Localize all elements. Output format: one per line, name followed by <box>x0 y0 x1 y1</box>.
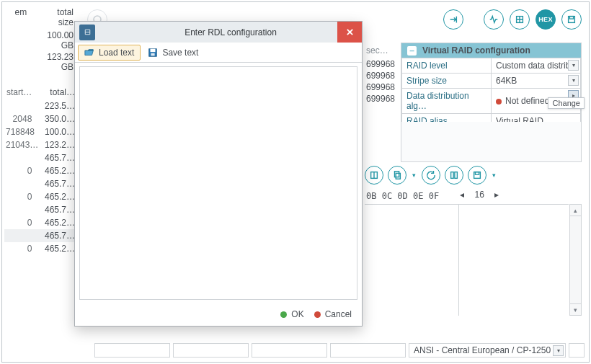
sectors-column: sec… 699968 699968 699968 699968 <box>366 45 405 105</box>
status-field-2[interactable] <box>173 343 249 358</box>
scroll-down-icon[interactable]: ▾ <box>570 303 581 315</box>
col-em: em <box>7 7 27 27</box>
svg-rect-7 <box>451 172 454 179</box>
col-total: total… <box>39 87 75 97</box>
dialog-toolbar: Load text Save text <box>75 43 362 63</box>
table-row[interactable]: 2048350.0… <box>4 112 76 125</box>
cancel-dot-icon <box>314 311 321 318</box>
grid-button[interactable] <box>510 9 530 30</box>
status-field-1[interactable] <box>94 343 170 358</box>
status-field-3[interactable] <box>252 343 327 358</box>
save-text-label: Save text <box>162 48 198 58</box>
table-row[interactable]: 21043…123.2… <box>4 138 76 151</box>
warning-dot-icon <box>496 99 502 105</box>
hex-button[interactable]: HEX <box>536 9 556 30</box>
save-hex-button[interactable] <box>468 166 486 185</box>
encoding-select[interactable]: ANSI - Central European / CP-1250 ▾ <box>409 343 566 358</box>
chevron-down-icon[interactable]: ▾ <box>411 172 417 179</box>
dropdown-icon[interactable]: ▾ <box>568 60 579 71</box>
folder-open-icon <box>84 48 94 58</box>
change-tooltip: Change <box>548 97 585 109</box>
table-row[interactable]: 223.5… <box>4 99 76 112</box>
table-row[interactable]: 465.7… <box>4 151 76 164</box>
save-icon <box>148 48 158 58</box>
columns-button[interactable] <box>365 166 383 185</box>
raid-config-empty <box>401 122 582 162</box>
ok-dot-icon <box>280 311 287 318</box>
hex-scrollbar[interactable]: ▴ ▾ <box>569 204 582 316</box>
table-row[interactable]: 718848100.0… <box>4 125 76 138</box>
copy-button[interactable] <box>388 166 406 185</box>
ok-button[interactable]: OK <box>280 309 303 319</box>
svg-rect-13 <box>151 53 155 56</box>
hex-nav[interactable]: ◂ 16 ▸ <box>460 190 499 200</box>
hex-view[interactable] <box>365 204 569 316</box>
hex-offsets: 0B 0C 0D 0E 0F <box>366 191 439 201</box>
top-left-table: emtotal size 100.00 GB 123.23 GB <box>4 5 76 73</box>
rdl-text-area[interactable] <box>79 66 357 300</box>
chevron-down-icon[interactable]: ▾ <box>491 172 497 179</box>
table-row[interactable]: 0465.2… <box>4 216 76 229</box>
table-row[interactable]: 0465.2… <box>4 190 76 203</box>
col-start: start… <box>6 87 32 97</box>
svg-rect-5 <box>395 172 399 177</box>
table-row[interactable]: 0465.2… <box>4 242 76 255</box>
table-row[interactable]: 465.7… <box>4 177 76 190</box>
cfg-key: RAID level <box>402 58 492 74</box>
load-text-label: Load text <box>99 48 134 58</box>
dropdown-icon[interactable]: ▾ <box>553 345 564 356</box>
collapse-icon[interactable]: – <box>407 46 417 56</box>
table-row[interactable]: 465.7… <box>4 229 76 242</box>
rdl-config-dialog: Enter RDL configuration Load text Save t… <box>74 21 363 327</box>
hex-toolbar: ▾ ▾ <box>365 166 582 185</box>
status-bar: ANSI - Central European / CP-1250 ▾ <box>5 342 586 359</box>
dialog-footer: OK Cancel <box>75 303 362 326</box>
svg-rect-8 <box>455 172 458 179</box>
bottom-left-table: start…total… 223.5…2048350.0…718848100.0… <box>4 85 76 255</box>
cancel-button[interactable]: Cancel <box>314 309 352 319</box>
nav-value: 16 <box>474 190 484 200</box>
activity-button[interactable] <box>484 9 504 30</box>
col-total-size: total size <box>40 7 74 27</box>
encoding-value: ANSI - Central European / CP-1250 <box>414 345 551 355</box>
raid-config-title: Virtual RAID configuration <box>422 45 530 56</box>
scroll-up-icon[interactable]: ▴ <box>570 205 581 216</box>
close-button[interactable] <box>337 22 362 43</box>
save-layout-button[interactable] <box>561 9 582 30</box>
status-field-4[interactable] <box>330 343 406 358</box>
sectors-header: sec… <box>366 45 405 56</box>
dialog-title: Enter RDL configuration <box>99 27 362 37</box>
svg-rect-12 <box>151 48 156 51</box>
dialog-titlebar[interactable]: Enter RDL configuration <box>75 22 362 43</box>
cfg-val[interactable]: Custom data distrib.▾ <box>492 58 581 74</box>
export-button[interactable] <box>443 9 463 30</box>
status-extra-button[interactable] <box>569 343 585 358</box>
load-text-button[interactable]: Load text <box>78 45 141 61</box>
table-row[interactable]: 465.7… <box>4 203 76 216</box>
nav-prev-icon[interactable]: ◂ <box>460 190 464 200</box>
save-text-button[interactable]: Save text <box>142 45 204 60</box>
svg-rect-10 <box>475 172 479 175</box>
dropdown-icon[interactable]: ▾ <box>568 75 579 86</box>
svg-rect-6 <box>396 173 400 179</box>
table-row[interactable]: 0465.2… <box>4 164 76 177</box>
compare-button[interactable] <box>445 166 463 185</box>
raid-config-header[interactable]: – Virtual RAID configuration <box>401 43 581 58</box>
nav-next-icon[interactable]: ▸ <box>494 190 499 200</box>
app-icon <box>79 25 95 40</box>
hex-divider <box>458 204 459 316</box>
svg-rect-3 <box>569 17 573 19</box>
refresh-button[interactable] <box>422 166 440 185</box>
